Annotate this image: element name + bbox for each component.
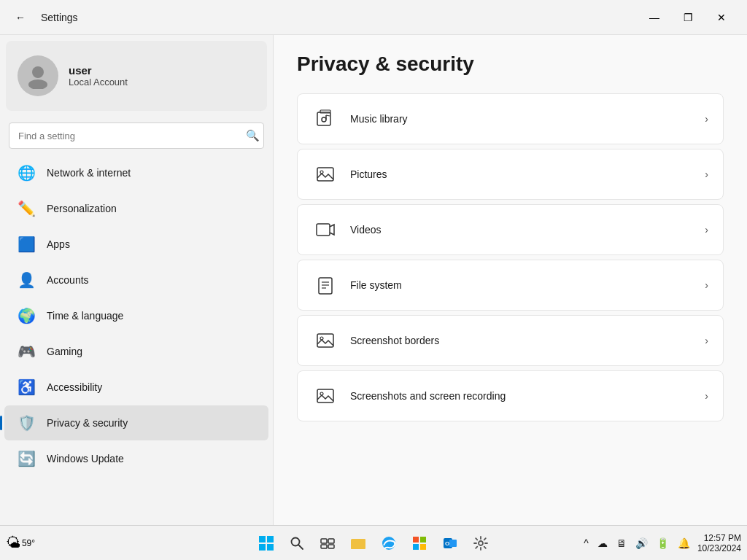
sidebar-item-label: Accessibility bbox=[47, 381, 102, 393]
svg-rect-16 bbox=[317, 389, 333, 402]
user-profile[interactable]: user Local Account bbox=[6, 41, 267, 111]
search-container: 🔍 bbox=[0, 117, 273, 155]
taskbar-search-button[interactable] bbox=[282, 529, 311, 558]
screenshot-recording-label: Screenshots and screen recording bbox=[350, 390, 506, 402]
user-info: user Local Account bbox=[69, 64, 128, 88]
weather-widget[interactable]: 🌤 59° bbox=[6, 529, 35, 558]
svg-rect-26 bbox=[321, 545, 327, 548]
taskbar-center: O bbox=[252, 529, 495, 558]
setting-item-screenshotborders[interactable]: Screenshot borders › bbox=[297, 315, 724, 366]
setting-item-videos[interactable]: Videos › bbox=[297, 204, 724, 255]
start-button[interactable] bbox=[252, 529, 281, 558]
chevron-right-icon: › bbox=[705, 279, 708, 291]
page-title: Privacy & security bbox=[297, 52, 724, 76]
svg-rect-27 bbox=[328, 545, 334, 548]
sidebar-item-accounts[interactable]: 👤 Accounts bbox=[4, 262, 268, 298]
svg-rect-21 bbox=[267, 544, 274, 551]
svg-rect-35 bbox=[449, 540, 457, 547]
setting-item-left: Videos bbox=[312, 217, 382, 243]
setting-item-left: Screenshot borders bbox=[312, 327, 439, 354]
sidebar: user Local Account 🔍 🌐 Network & interne… bbox=[0, 35, 274, 525]
network-icon: 🌐 bbox=[16, 163, 36, 183]
sidebar-item-label: Network & internet bbox=[47, 167, 131, 179]
pictures-label: Pictures bbox=[350, 168, 387, 180]
chevron-up-icon[interactable]: ^ bbox=[581, 536, 592, 551]
minimize-button[interactable]: — bbox=[638, 6, 671, 29]
sidebar-item-apps[interactable]: 🟦 Apps bbox=[4, 227, 268, 262]
main-panel: Privacy & security Music library › bbox=[274, 35, 747, 525]
svg-rect-14 bbox=[317, 334, 333, 347]
sidebar-item-label: Apps bbox=[47, 238, 70, 250]
chevron-right-icon: › bbox=[705, 224, 708, 236]
clock-date: 10/23/2024 bbox=[697, 543, 741, 553]
store-button[interactable] bbox=[405, 529, 434, 558]
sidebar-item-time[interactable]: 🌍 Time & language bbox=[4, 298, 268, 333]
app-body: user Local Account 🔍 🌐 Network & interne… bbox=[0, 35, 747, 525]
task-view-button[interactable] bbox=[313, 529, 342, 558]
monitor-icon[interactable]: 🖥 bbox=[614, 536, 630, 551]
sidebar-item-personalization[interactable]: ✏️ Personalization bbox=[4, 191, 268, 226]
svg-point-37 bbox=[479, 541, 483, 545]
title-bar: ← Settings — ❐ ✕ bbox=[0, 0, 747, 35]
svg-rect-19 bbox=[267, 536, 274, 542]
clock-area[interactable]: 12:57 PM 10/23/2024 bbox=[697, 533, 741, 553]
setting-item-pictures[interactable]: Pictures › bbox=[297, 149, 724, 200]
setting-item-left: File system bbox=[312, 272, 402, 298]
taskbar-left: 🌤 59° bbox=[6, 529, 35, 558]
setting-item-left: Pictures bbox=[312, 161, 387, 187]
screenshot-borders-label: Screenshot borders bbox=[350, 335, 439, 346]
svg-rect-32 bbox=[413, 544, 419, 550]
svg-rect-25 bbox=[328, 539, 334, 543]
outlook-button[interactable]: O bbox=[436, 529, 465, 558]
sidebar-item-gaming[interactable]: 🎮 Gaming bbox=[4, 334, 268, 369]
svg-point-0 bbox=[32, 66, 44, 78]
svg-rect-9 bbox=[317, 224, 330, 236]
user-account-type: Local Account bbox=[69, 77, 128, 88]
sidebar-item-privacy[interactable]: 🛡️ Privacy & security bbox=[4, 405, 268, 440]
maximize-button[interactable]: ❐ bbox=[671, 6, 705, 29]
sidebar-item-label: Privacy & security bbox=[47, 417, 128, 429]
setting-item-music[interactable]: Music library › bbox=[297, 93, 724, 144]
weather-temp: 59° bbox=[22, 538, 35, 548]
battery-icon[interactable]: 🔋 bbox=[654, 536, 672, 551]
sidebar-item-network[interactable]: 🌐 Network & internet bbox=[4, 155, 268, 190]
svg-point-1 bbox=[28, 79, 47, 89]
svg-rect-10 bbox=[319, 278, 332, 294]
svg-rect-31 bbox=[420, 537, 426, 542]
title-bar-controls: — ❐ ✕ bbox=[638, 6, 738, 29]
svg-rect-18 bbox=[259, 536, 266, 542]
sidebar-item-accessibility[interactable]: ♿ Accessibility bbox=[4, 370, 268, 405]
sidebar-item-label: Personalization bbox=[47, 203, 117, 214]
files-button[interactable] bbox=[344, 529, 373, 558]
personalization-icon: ✏️ bbox=[16, 198, 36, 219]
volume-icon[interactable]: 🔊 bbox=[632, 536, 651, 551]
settings-button[interactable] bbox=[466, 529, 495, 558]
back-button[interactable]: ← bbox=[9, 6, 32, 29]
update-icon: 🔄 bbox=[16, 448, 36, 469]
setting-item-filesystem[interactable]: File system › bbox=[297, 260, 724, 311]
sidebar-item-label: Accounts bbox=[47, 274, 89, 286]
edge-button[interactable] bbox=[374, 529, 403, 558]
time-icon: 🌍 bbox=[16, 306, 36, 326]
accounts-icon: 👤 bbox=[16, 270, 36, 290]
pictures-icon bbox=[312, 161, 338, 187]
setting-item-screenshotrecording[interactable]: Screenshots and screen recording › bbox=[297, 370, 724, 421]
chevron-right-icon: › bbox=[705, 113, 708, 125]
taskbar: 🌤 59° bbox=[0, 525, 747, 560]
svg-rect-33 bbox=[420, 544, 426, 550]
sidebar-item-label: Time & language bbox=[47, 310, 123, 322]
search-icon[interactable]: 🔍 bbox=[246, 129, 260, 142]
accessibility-icon: ♿ bbox=[16, 377, 36, 397]
gaming-icon: 🎮 bbox=[16, 341, 36, 362]
svg-text:O: O bbox=[445, 540, 449, 547]
filesystem-icon bbox=[312, 272, 338, 298]
search-input[interactable] bbox=[9, 122, 264, 149]
svg-rect-24 bbox=[321, 539, 327, 543]
chevron-right-icon: › bbox=[705, 335, 708, 346]
close-button[interactable]: ✕ bbox=[705, 6, 738, 29]
sidebar-item-update[interactable]: 🔄 Windows Update bbox=[4, 441, 268, 476]
setting-item-left: Screenshots and screen recording bbox=[312, 383, 506, 409]
notification-icon[interactable]: 🔔 bbox=[675, 536, 693, 551]
cloud-icon[interactable]: ☁ bbox=[595, 536, 611, 551]
videos-label: Videos bbox=[350, 224, 382, 236]
